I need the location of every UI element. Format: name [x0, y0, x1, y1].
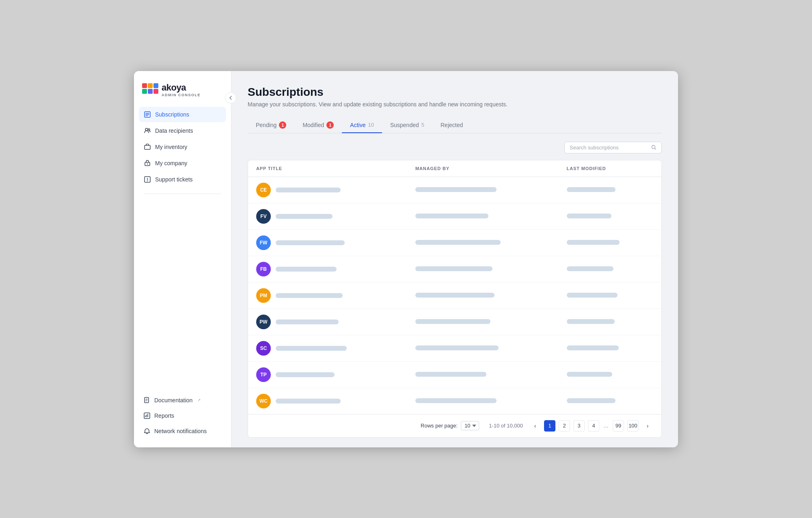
- tab-rejected[interactable]: Rejected: [432, 118, 471, 133]
- svg-rect-20: [144, 413, 150, 419]
- sidebar-nav: Subscriptions Data recipients: [134, 107, 231, 393]
- managed-by-skeleton: [415, 187, 497, 192]
- table-row[interactable]: SC: [248, 335, 661, 361]
- table-header-row: APP TITLE MANAGED BY LAST MODIFIED: [248, 160, 661, 177]
- table-row[interactable]: CE: [248, 177, 661, 203]
- page-prev-button[interactable]: ‹: [529, 420, 541, 432]
- tab-suspended[interactable]: Suspended 5: [382, 118, 432, 133]
- data-recipients-icon: [144, 127, 151, 134]
- page-dots: …: [603, 423, 609, 429]
- svg-rect-3: [142, 89, 147, 94]
- last-modified-skeleton: [567, 187, 615, 192]
- sidebar-divider: [144, 194, 221, 194]
- reports-icon: [144, 412, 150, 419]
- sidebar-item-support-tickets[interactable]: Support tickets: [139, 172, 226, 187]
- avatar: TP: [256, 367, 271, 382]
- avatar: PM: [256, 288, 271, 303]
- table-row[interactable]: FV: [248, 203, 661, 229]
- logo-wordmark: akoya: [162, 82, 201, 93]
- sidebar-item-my-company[interactable]: My company: [139, 155, 226, 171]
- sidebar-item-network-notifications[interactable]: Network notifications: [139, 424, 226, 438]
- page-2-button[interactable]: 2: [559, 420, 570, 432]
- svg-rect-2: [153, 83, 158, 88]
- page-99-button[interactable]: 99: [613, 420, 624, 432]
- page-3-button[interactable]: 3: [573, 420, 585, 432]
- my-company-icon: [144, 160, 151, 167]
- app-title-skeleton: [276, 346, 347, 351]
- tab-active[interactable]: Active 10: [342, 118, 382, 133]
- external-link-icon: ↗: [197, 398, 201, 402]
- managed-by-skeleton: [415, 372, 486, 377]
- svg-rect-4: [148, 89, 153, 94]
- rows-per-page-select[interactable]: 10 25 50: [461, 421, 479, 430]
- tab-pending-badge: 1: [279, 121, 286, 129]
- svg-rect-0: [142, 83, 147, 88]
- tab-pending-label: Pending: [256, 122, 276, 128]
- tab-modified[interactable]: Modified 1: [294, 117, 342, 134]
- notifications-icon: [144, 428, 150, 434]
- app-title-skeleton: [276, 399, 341, 404]
- table-row[interactable]: FW: [248, 229, 661, 256]
- sidebar-item-label-subscriptions: Subscriptions: [155, 111, 189, 118]
- sidebar-item-reports[interactable]: Reports: [139, 408, 226, 423]
- app-title-skeleton: [276, 293, 343, 298]
- table-row[interactable]: WC: [248, 388, 661, 414]
- last-modified-skeleton: [567, 398, 615, 403]
- avatar: WC: [256, 394, 271, 408]
- app-cell: FV: [256, 209, 399, 224]
- app-cell: FW: [256, 235, 399, 250]
- sidebar: akoya ADMIN CONSOLE Subscriptions: [134, 71, 231, 447]
- managed-by-skeleton: [415, 398, 497, 403]
- app-cell: CE: [256, 183, 399, 197]
- managed-by-skeleton: [415, 266, 492, 271]
- tab-active-count: 10: [368, 122, 374, 128]
- managed-by-skeleton: [415, 214, 488, 218]
- sidebar-item-data-recipients[interactable]: Data recipients: [139, 123, 226, 138]
- sidebar-item-documentation[interactable]: Documentation ↗: [139, 393, 226, 408]
- avatar: FB: [256, 262, 271, 276]
- tab-modified-label: Modified: [302, 122, 324, 128]
- last-modified-skeleton: [567, 293, 618, 298]
- table-row[interactable]: PW: [248, 309, 661, 335]
- avatar: PW: [256, 315, 271, 329]
- last-modified-skeleton: [567, 240, 620, 245]
- page-4-button[interactable]: 4: [588, 420, 599, 432]
- last-modified-skeleton: [567, 345, 619, 350]
- sidebar-item-label-data-recipients: Data recipients: [155, 127, 193, 134]
- last-modified-skeleton: [567, 266, 613, 271]
- tab-suspended-count: 5: [421, 122, 424, 128]
- managed-by-skeleton: [415, 293, 495, 298]
- col-managed-by: MANAGED BY: [407, 160, 559, 177]
- app-cell: WC: [256, 394, 399, 408]
- table-body: CE FV FW: [248, 177, 661, 414]
- svg-rect-1: [148, 83, 153, 88]
- main-content: Subscriptions Manage your subscriptions.…: [231, 71, 678, 447]
- avatar: FW: [256, 235, 271, 250]
- app-title-skeleton: [276, 214, 333, 219]
- app-title-skeleton: [276, 188, 341, 192]
- col-last-modified: LAST MODIFIED: [559, 160, 661, 177]
- search-input[interactable]: [570, 145, 648, 151]
- logo-text: akoya ADMIN CONSOLE: [162, 82, 201, 97]
- subscriptions-icon: [144, 111, 151, 118]
- page-1-button[interactable]: 1: [544, 420, 555, 432]
- page-next-button[interactable]: ›: [642, 420, 653, 432]
- rows-per-page-control: Rows per page: 10 25 50: [421, 421, 479, 430]
- sidebar-collapse-button[interactable]: [225, 92, 236, 104]
- app-cell: SC: [256, 341, 399, 356]
- svg-rect-5: [153, 89, 158, 94]
- table-row[interactable]: FB: [248, 256, 661, 282]
- table-row[interactable]: PM: [248, 282, 661, 309]
- svg-line-25: [655, 148, 656, 149]
- sidebar-item-subscriptions[interactable]: Subscriptions: [139, 107, 226, 122]
- tab-rejected-label: Rejected: [441, 122, 463, 128]
- sidebar-item-label-network-notifications: Network notifications: [154, 428, 207, 434]
- support-tickets-icon: [144, 176, 151, 183]
- last-modified-skeleton: [567, 372, 612, 377]
- page-100-button[interactable]: 100: [627, 420, 639, 432]
- sidebar-item-my-inventory[interactable]: My inventory: [139, 139, 226, 155]
- logo: akoya ADMIN CONSOLE: [134, 82, 231, 107]
- tab-pending[interactable]: Pending 1: [248, 117, 294, 134]
- table-row[interactable]: TP: [248, 361, 661, 388]
- app-cell: FB: [256, 262, 399, 276]
